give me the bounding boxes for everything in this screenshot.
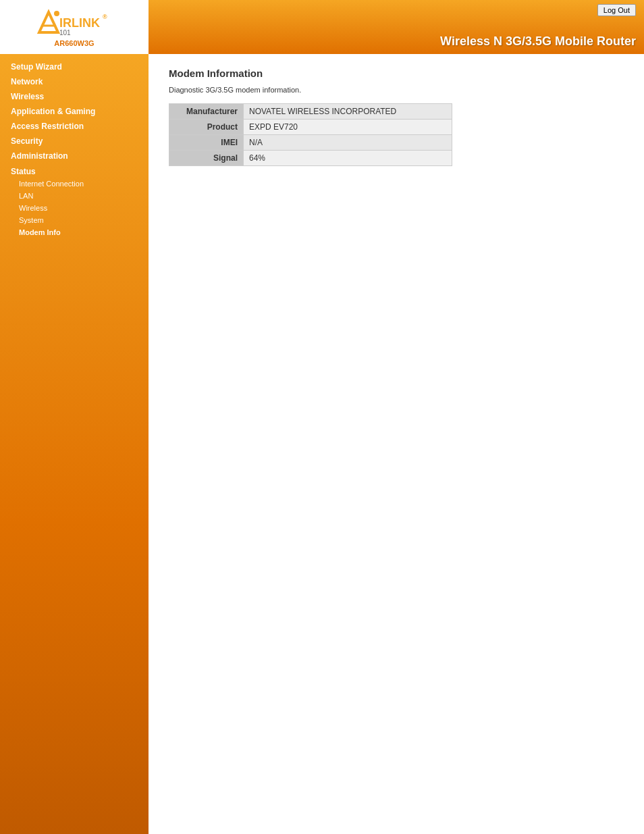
sidebar-item-setup-wizard[interactable]: Setup Wizard [0, 59, 149, 74]
table-cell-value: NOVATEL WIRELESS INCORPORATED [244, 104, 452, 120]
sidebar-item-network[interactable]: Network [0, 74, 149, 89]
sidebar-item-system[interactable]: System [0, 214, 149, 226]
modem-info-table: ManufacturerNOVATEL WIRELESS INCORPORATE… [169, 103, 452, 166]
svg-text:®: ® [103, 14, 107, 20]
airlink-logo: IRLINK ® 101 [34, 7, 115, 38]
sidebar-section-status: Status [0, 163, 149, 178]
header-right: Log Out Wireless N 3G/3.5G Mobile Router [149, 0, 644, 54]
sidebar-item-access-restriction[interactable]: Access Restriction [0, 119, 149, 134]
page-description: Diagnostic 3G/3.5G modem information. [169, 86, 624, 94]
table-cell-value: N/A [244, 135, 452, 151]
table-cell-value: 64% [244, 151, 452, 166]
logout-button[interactable]: Log Out [597, 4, 636, 16]
sidebar-item-internet-connection[interactable]: Internet Connection [0, 178, 149, 190]
table-cell-label: Manufacturer [169, 104, 244, 120]
svg-point-5 [54, 11, 59, 16]
table-row: ProductEXPD EV720 [169, 120, 452, 135]
svg-text:IRLINK: IRLINK [59, 16, 100, 30]
table-row: Signal64% [169, 151, 452, 166]
sidebar: Setup Wizard Network Wireless Applicatio… [0, 54, 149, 834]
content-area: Modem Information Diagnostic 3G/3.5G mod… [149, 54, 644, 834]
table-cell-label: Product [169, 120, 244, 135]
table-cell-value: EXPD EV720 [244, 120, 452, 135]
sidebar-item-wireless-status[interactable]: Wireless [0, 202, 149, 214]
sidebar-item-modem-info[interactable]: Modem Info [0, 226, 149, 238]
sidebar-item-app-gaming[interactable]: Application & Gaming [0, 104, 149, 119]
page-title: Modem Information [169, 68, 624, 79]
table-row: IMEIN/A [169, 135, 452, 151]
sidebar-item-security[interactable]: Security [0, 134, 149, 149]
sidebar-item-administration[interactable]: Administration [0, 149, 149, 163]
sidebar-item-wireless[interactable]: Wireless [0, 89, 149, 104]
svg-text:101: 101 [59, 29, 71, 36]
table-cell-label: Signal [169, 151, 244, 166]
table-cell-label: IMEI [169, 135, 244, 151]
sidebar-item-lan[interactable]: LAN [0, 190, 149, 202]
table-row: ManufacturerNOVATEL WIRELESS INCORPORATE… [169, 104, 452, 120]
device-name: AR660W3G [54, 39, 94, 47]
logo-area: IRLINK ® 101 AR660W3G [0, 0, 149, 54]
router-title: Wireless N 3G/3.5G Mobile Router [440, 34, 636, 49]
